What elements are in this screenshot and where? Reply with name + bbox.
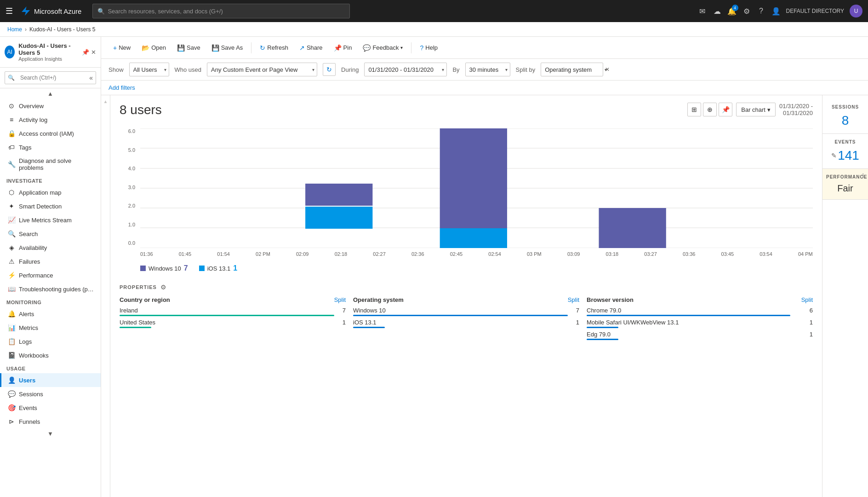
cloud-upload-icon[interactable]: ☁: [713, 6, 722, 16]
right-stats-panel: SESSIONS 8 EVENTS ✎ 141 PERFORMANCE ℹ Fa…: [822, 95, 868, 497]
user-avatar[interactable]: U: [850, 5, 862, 17]
sidebar-item-live-metrics[interactable]: 📈 Live Metrics Stream: [0, 213, 101, 227]
add-filters-link[interactable]: Add filters: [108, 82, 861, 93]
ios-row: iOS 13.1 1: [353, 319, 579, 326]
activity-log-icon: ≡: [8, 116, 15, 123]
us-value: 1: [343, 319, 346, 326]
chrome-label: Chrome 79.0: [587, 307, 621, 314]
sidebar-item-events[interactable]: 🎯 Events: [0, 401, 101, 415]
open-button[interactable]: 📂 Open: [137, 42, 171, 54]
sidebar-item-performance[interactable]: ⚡ Performance: [0, 268, 101, 282]
sidebar-item-metrics[interactable]: 📊 Metrics: [0, 321, 101, 335]
x-label-2: 01:54: [217, 251, 230, 257]
sidebar-item-overview[interactable]: ⊙ Overview: [0, 99, 101, 113]
split-by-close-icon[interactable]: ✕: [605, 66, 610, 73]
sidebar-scroll-down[interactable]: ▼: [0, 428, 101, 439]
sidebar-item-sessions[interactable]: 💬 Sessions: [0, 387, 101, 401]
save-as-button[interactable]: 💾 Save As: [207, 42, 248, 54]
feedback-label: Feedback: [372, 44, 399, 51]
search-icon: 🔍: [97, 8, 105, 15]
toolbar: + New 📂 Open 💾 Save 💾 Save As ↻ Refresh: [101, 37, 868, 59]
sidebar-item-smart-detect[interactable]: ✦ Smart Detection: [0, 199, 101, 213]
show-filter-select[interactable]: All Users: [129, 63, 169, 76]
sidebar-troubleshoot-label: Troubleshooting guides (pre...: [19, 286, 94, 293]
sidebar-item-activity-log[interactable]: ≡ Activity log: [0, 113, 101, 127]
by-filter-select[interactable]: 30 minutes: [465, 63, 510, 76]
during-filter-select[interactable]: 01/31/2020 - 01/31/2020: [364, 63, 447, 76]
settings-icon[interactable]: ⚙: [742, 6, 751, 16]
app-map-icon: ⬡: [8, 189, 15, 196]
share-button[interactable]: ↗ Share: [295, 42, 327, 54]
browser-split-btn[interactable]: Split: [801, 296, 813, 303]
email-icon[interactable]: ✉: [698, 6, 707, 16]
overview-icon: ⊙: [8, 102, 15, 110]
sidebar-item-workbooks[interactable]: 📓 Workbooks: [0, 348, 101, 362]
toolbar-separator-1: [251, 42, 251, 53]
share-label: Share: [307, 44, 323, 51]
help-button[interactable]: ? Help: [415, 42, 442, 54]
sidebar-item-search[interactable]: 🔍 Search: [0, 227, 101, 241]
funnels-icon: ⊳: [8, 418, 15, 425]
help-icon[interactable]: ?: [757, 6, 766, 16]
us-bar: [120, 327, 151, 328]
x-label-1: 01:45: [179, 251, 192, 257]
performance-label: PERFORMANCE: [826, 174, 864, 179]
legend-win10-label: Windows 10: [148, 265, 181, 272]
split-by-filter-select[interactable]: Operating system: [541, 63, 603, 76]
who-used-label: Who used: [175, 66, 202, 73]
save-button[interactable]: 💾 Save: [172, 42, 205, 54]
ios-value: 1: [576, 319, 579, 326]
notifications-icon[interactable]: 🔔 4: [727, 6, 737, 16]
chart-type-button[interactable]: Bar chart ▾: [736, 103, 776, 116]
hamburger-menu-icon[interactable]: ☰: [6, 6, 13, 16]
directory-label: DEFAULT DIRECTORY: [786, 8, 844, 14]
sidebar-scroll-up[interactable]: ▲: [0, 88, 101, 99]
chart-grid-view-button[interactable]: ⊞: [687, 103, 701, 116]
iam-icon: 🔒: [8, 130, 15, 137]
close-resource-icon[interactable]: ✕: [91, 49, 96, 56]
sidebar-item-funnels[interactable]: ⊳ Funnels: [0, 415, 101, 428]
user-profile-icon[interactable]: 👤: [771, 6, 781, 16]
who-used-filter-select[interactable]: Any Custom Event or Page View: [207, 63, 317, 76]
sidebar-item-tags[interactable]: 🏷 Tags: [0, 140, 101, 154]
resource-name: Kudos-AI - Users - Users 5: [18, 42, 78, 56]
country-split-btn[interactable]: Split: [334, 296, 346, 303]
feedback-button[interactable]: 💬 Feedback ▾: [358, 42, 407, 54]
breadcrumb-separator-1: ›: [25, 26, 27, 33]
sidebar-item-failures[interactable]: ⚠ Failures: [0, 254, 101, 268]
sidebar-collapse-icon[interactable]: «: [89, 74, 93, 81]
sidebar-item-app-map[interactable]: ⬡ Application map: [0, 185, 101, 199]
sidebar-search-input[interactable]: [17, 71, 87, 84]
chart-pin-button[interactable]: 📌: [719, 103, 732, 116]
filter-refresh-button[interactable]: ↻: [323, 63, 336, 76]
split-by-filter-wrapper: Operating system ▾ ✕: [541, 63, 610, 76]
sidebar-item-users[interactable]: 👤 Users: [0, 373, 101, 387]
os-split-btn[interactable]: Split: [568, 296, 579, 303]
pin-resource-icon[interactable]: 📌: [82, 49, 89, 56]
sidebar-item-iam[interactable]: 🔒 Access control (IAM): [0, 127, 101, 140]
sidebar-item-troubleshoot[interactable]: 📖 Troubleshooting guides (pre...: [0, 282, 101, 296]
win10-label: Windows 10: [353, 307, 386, 314]
win10-data: Windows 10 7: [353, 307, 579, 316]
sidebar-item-diagnose[interactable]: 🔧 Diagnose and solve problems: [0, 154, 101, 174]
save-as-label: Save As: [221, 44, 243, 51]
refresh-button[interactable]: ↻ Refresh: [255, 42, 293, 54]
properties-gear-icon[interactable]: ⚙: [160, 283, 166, 291]
ireland-value: 7: [343, 307, 346, 314]
pin-button[interactable]: 📌 Pin: [329, 42, 357, 54]
show-label: Show: [108, 66, 124, 73]
chrome-data: Chrome 79.0 6: [587, 307, 813, 316]
sidebar-item-logs[interactable]: 📋 Logs: [0, 335, 101, 348]
ireland-row: Ireland 7: [120, 307, 346, 314]
breadcrumb-home[interactable]: Home: [7, 26, 22, 33]
sidebar-item-availability[interactable]: ◈ Availability: [0, 241, 101, 254]
global-search-bar[interactable]: 🔍 Search resources, services, and docs (…: [92, 4, 350, 18]
sidebar-alerts-label: Alerts: [19, 311, 34, 318]
refresh-label: Refresh: [267, 44, 288, 51]
new-button[interactable]: + New: [108, 42, 135, 54]
chart-add-button[interactable]: ⊕: [703, 103, 717, 116]
x-label-15: 03:45: [721, 251, 734, 257]
sidebar-item-alerts[interactable]: 🔔 Alerts: [0, 307, 101, 321]
safari-data: Mobile Safari UI/WKWebView 13.1 1: [587, 319, 813, 328]
top-navigation-bar: ☰ Microsoft Azure 🔍 Search resources, se…: [0, 0, 868, 22]
